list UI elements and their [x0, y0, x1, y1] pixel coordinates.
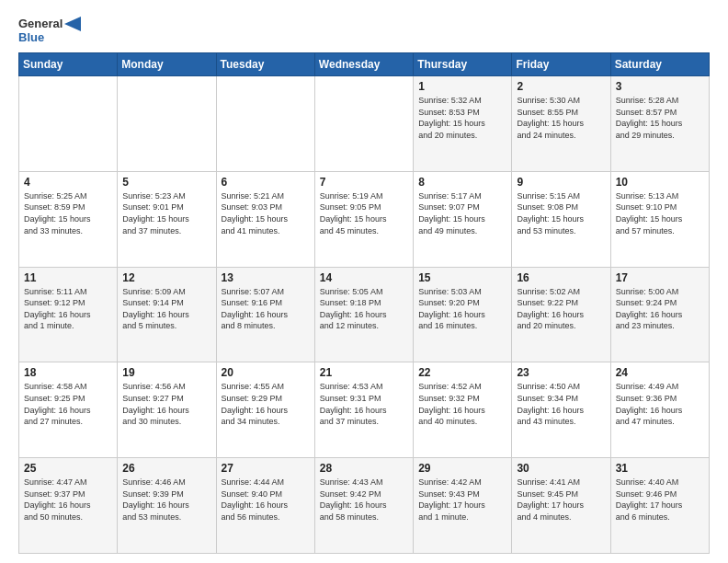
day-number: 31 — [616, 462, 704, 475]
calendar-header-row: SundayMondayTuesdayWednesdayThursdayFrid… — [19, 52, 710, 75]
day-number: 12 — [122, 271, 210, 284]
logo-blue-text: Blue — [18, 31, 44, 45]
day-number: 6 — [222, 176, 310, 189]
calendar-table: SundayMondayTuesdayWednesdayThursdayFrid… — [18, 52, 710, 554]
column-header-monday: Monday — [118, 52, 216, 75]
day-number: 7 — [320, 176, 408, 189]
calendar-cell: 7Sunrise: 5:19 AM Sunset: 9:05 PM Daylig… — [314, 171, 413, 267]
day-info: Sunrise: 5:13 AM Sunset: 9:10 PM Dayligh… — [616, 190, 704, 236]
day-number: 22 — [418, 366, 506, 379]
calendar-cell: 25Sunrise: 4:47 AM Sunset: 9:37 PM Dayli… — [19, 458, 118, 554]
calendar-cell: 2Sunrise: 5:30 AM Sunset: 8:55 PM Daylig… — [512, 75, 610, 171]
column-header-saturday: Saturday — [610, 52, 709, 75]
column-header-friday: Friday — [512, 52, 610, 75]
calendar-cell: 22Sunrise: 4:52 AM Sunset: 9:32 PM Dayli… — [414, 362, 512, 458]
day-info: Sunrise: 5:19 AM Sunset: 9:05 PM Dayligh… — [320, 190, 408, 236]
day-number: 24 — [616, 366, 704, 379]
day-info: Sunrise: 5:00 AM Sunset: 9:24 PM Dayligh… — [616, 286, 704, 332]
calendar-cell — [314, 75, 413, 171]
day-number: 14 — [320, 271, 408, 284]
day-number: 30 — [517, 462, 605, 475]
calendar-week-row: 11Sunrise: 5:11 AM Sunset: 9:12 PM Dayli… — [19, 267, 710, 362]
day-number: 19 — [122, 366, 210, 379]
day-info: Sunrise: 4:53 AM Sunset: 9:31 PM Dayligh… — [320, 381, 408, 427]
day-number: 21 — [320, 366, 408, 379]
day-number: 9 — [517, 176, 605, 189]
day-info: Sunrise: 4:52 AM Sunset: 9:32 PM Dayligh… — [418, 381, 506, 427]
calendar-week-row: 25Sunrise: 4:47 AM Sunset: 9:37 PM Dayli… — [19, 458, 710, 554]
calendar-cell: 30Sunrise: 4:41 AM Sunset: 9:45 PM Dayli… — [512, 458, 610, 554]
day-info: Sunrise: 5:17 AM Sunset: 9:07 PM Dayligh… — [418, 190, 506, 236]
day-info: Sunrise: 4:40 AM Sunset: 9:46 PM Dayligh… — [616, 477, 704, 523]
day-info: Sunrise: 4:46 AM Sunset: 9:39 PM Dayligh… — [122, 477, 210, 523]
day-info: Sunrise: 5:30 AM Sunset: 8:55 PM Dayligh… — [517, 95, 605, 141]
calendar-cell: 21Sunrise: 4:53 AM Sunset: 9:31 PM Dayli… — [314, 362, 413, 458]
day-info: Sunrise: 4:41 AM Sunset: 9:45 PM Dayligh… — [517, 477, 605, 523]
day-info: Sunrise: 5:21 AM Sunset: 9:03 PM Dayligh… — [222, 190, 310, 236]
day-info: Sunrise: 4:43 AM Sunset: 9:42 PM Dayligh… — [320, 477, 408, 523]
calendar-cell: 24Sunrise: 4:49 AM Sunset: 9:36 PM Dayli… — [610, 362, 709, 458]
calendar-cell: 6Sunrise: 5:21 AM Sunset: 9:03 PM Daylig… — [216, 171, 314, 267]
day-info: Sunrise: 5:32 AM Sunset: 8:53 PM Dayligh… — [418, 95, 506, 141]
day-number: 27 — [222, 462, 310, 475]
day-info: Sunrise: 4:44 AM Sunset: 9:40 PM Dayligh… — [222, 477, 310, 523]
svg-marker-0 — [64, 17, 81, 31]
day-number: 16 — [517, 271, 605, 284]
day-number: 11 — [24, 271, 112, 284]
day-info: Sunrise: 4:47 AM Sunset: 9:37 PM Dayligh… — [24, 477, 112, 523]
calendar-week-row: 18Sunrise: 4:58 AM Sunset: 9:25 PM Dayli… — [19, 362, 710, 458]
calendar-cell: 28Sunrise: 4:43 AM Sunset: 9:42 PM Dayli… — [314, 458, 413, 554]
column-header-thursday: Thursday — [414, 52, 512, 75]
day-number: 8 — [418, 176, 506, 189]
calendar-cell: 26Sunrise: 4:46 AM Sunset: 9:39 PM Dayli… — [118, 458, 216, 554]
day-info: Sunrise: 5:02 AM Sunset: 9:22 PM Dayligh… — [517, 286, 605, 332]
calendar-cell: 11Sunrise: 5:11 AM Sunset: 9:12 PM Dayli… — [19, 267, 118, 362]
calendar-cell: 27Sunrise: 4:44 AM Sunset: 9:40 PM Dayli… — [216, 458, 314, 554]
calendar-cell: 31Sunrise: 4:40 AM Sunset: 9:46 PM Dayli… — [610, 458, 709, 554]
calendar-cell — [216, 75, 314, 171]
calendar-week-row: 4Sunrise: 5:25 AM Sunset: 8:59 PM Daylig… — [19, 171, 710, 267]
day-info: Sunrise: 5:07 AM Sunset: 9:16 PM Dayligh… — [222, 286, 310, 332]
day-number: 15 — [418, 271, 506, 284]
day-number: 4 — [24, 176, 112, 189]
day-number: 23 — [517, 366, 605, 379]
calendar-cell: 9Sunrise: 5:15 AM Sunset: 9:08 PM Daylig… — [512, 171, 610, 267]
day-number: 28 — [320, 462, 408, 475]
day-info: Sunrise: 5:15 AM Sunset: 9:08 PM Dayligh… — [517, 190, 605, 236]
calendar-cell: 13Sunrise: 5:07 AM Sunset: 9:16 PM Dayli… — [216, 267, 314, 362]
calendar-cell: 4Sunrise: 5:25 AM Sunset: 8:59 PM Daylig… — [19, 171, 118, 267]
calendar-cell: 1Sunrise: 5:32 AM Sunset: 8:53 PM Daylig… — [414, 75, 512, 171]
calendar-cell: 12Sunrise: 5:09 AM Sunset: 9:14 PM Dayli… — [118, 267, 216, 362]
day-info: Sunrise: 5:28 AM Sunset: 8:57 PM Dayligh… — [616, 95, 704, 141]
logo: General Blue — [18, 17, 81, 45]
column-header-sunday: Sunday — [19, 52, 118, 75]
day-number: 26 — [122, 462, 210, 475]
day-number: 1 — [418, 80, 506, 93]
day-number: 3 — [616, 80, 704, 93]
day-number: 29 — [418, 462, 506, 475]
day-info: Sunrise: 5:23 AM Sunset: 9:01 PM Dayligh… — [122, 190, 210, 236]
day-info: Sunrise: 4:42 AM Sunset: 9:43 PM Dayligh… — [418, 477, 506, 523]
calendar-cell: 15Sunrise: 5:03 AM Sunset: 9:20 PM Dayli… — [414, 267, 512, 362]
column-header-tuesday: Tuesday — [216, 52, 314, 75]
calendar-cell: 29Sunrise: 4:42 AM Sunset: 9:43 PM Dayli… — [414, 458, 512, 554]
calendar-cell: 5Sunrise: 5:23 AM Sunset: 9:01 PM Daylig… — [118, 171, 216, 267]
day-number: 20 — [222, 366, 310, 379]
calendar-cell: 8Sunrise: 5:17 AM Sunset: 9:07 PM Daylig… — [414, 171, 512, 267]
day-info: Sunrise: 5:11 AM Sunset: 9:12 PM Dayligh… — [24, 286, 112, 332]
column-header-wednesday: Wednesday — [314, 52, 413, 75]
day-info: Sunrise: 4:56 AM Sunset: 9:27 PM Dayligh… — [122, 381, 210, 427]
day-number: 2 — [517, 80, 605, 93]
calendar-cell: 16Sunrise: 5:02 AM Sunset: 9:22 PM Dayli… — [512, 267, 610, 362]
day-info: Sunrise: 4:55 AM Sunset: 9:29 PM Dayligh… — [222, 381, 310, 427]
calendar-cell: 14Sunrise: 5:05 AM Sunset: 9:18 PM Dayli… — [314, 267, 413, 362]
day-info: Sunrise: 4:58 AM Sunset: 9:25 PM Dayligh… — [24, 381, 112, 427]
day-number: 17 — [616, 271, 704, 284]
day-number: 10 — [616, 176, 704, 189]
day-number: 13 — [222, 271, 310, 284]
day-info: Sunrise: 5:25 AM Sunset: 8:59 PM Dayligh… — [24, 190, 112, 236]
day-info: Sunrise: 5:09 AM Sunset: 9:14 PM Dayligh… — [122, 286, 210, 332]
calendar-cell: 10Sunrise: 5:13 AM Sunset: 9:10 PM Dayli… — [610, 171, 709, 267]
day-info: Sunrise: 4:49 AM Sunset: 9:36 PM Dayligh… — [616, 381, 704, 427]
calendar-cell — [19, 75, 118, 171]
